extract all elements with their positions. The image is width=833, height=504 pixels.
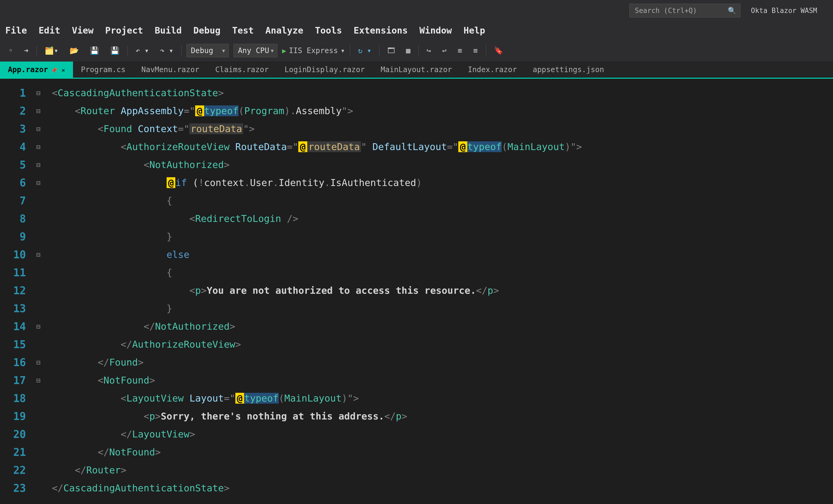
code-line[interactable]: @if (!context.User.Identity.IsAuthentica… — [52, 174, 582, 192]
save-icon[interactable]: 💾 — [87, 45, 102, 56]
platform-dropdown[interactable]: Any CPU — [234, 44, 278, 57]
step-icon[interactable]: ↪ — [423, 45, 434, 56]
new-project-icon[interactable]: 🗂️▾ — [42, 45, 62, 56]
fold-marker[interactable]: ⊟ — [33, 120, 43, 138]
fold-marker[interactable]: ⊟ — [33, 84, 43, 102]
fold-marker[interactable] — [33, 300, 43, 318]
code-content[interactable]: <CascadingAuthenticationState> <Router A… — [46, 79, 582, 504]
menu-view[interactable]: View — [72, 25, 94, 36]
code-line[interactable]: <p>You are not authorized to access this… — [52, 282, 582, 300]
code-line[interactable]: { — [52, 192, 582, 210]
close-icon[interactable]: ✕ — [62, 67, 65, 73]
code-line[interactable]: </NotAuthorized> — [52, 318, 582, 335]
undo-button[interactable]: ↶ ▾ — [133, 45, 152, 56]
fold-marker[interactable]: ⊟ — [33, 174, 43, 192]
run-button[interactable]: ▶ IIS Express ▾ — [282, 46, 345, 55]
build-config-dropdown[interactable]: Debug — [186, 44, 229, 57]
menu-window[interactable]: Window — [420, 25, 452, 36]
fold-marker[interactable]: ⊟ — [33, 138, 43, 156]
nav-forward-button[interactable]: ➜ — [21, 45, 32, 56]
tab-navmenu-razor[interactable]: NavMenu.razor — [134, 61, 207, 78]
fold-marker[interactable] — [33, 210, 43, 228]
refresh-icon[interactable]: ↻ ▾ — [355, 45, 375, 56]
line-number: 12 — [13, 282, 26, 300]
bookmark-icon[interactable]: 🔖 — [491, 45, 506, 56]
properties-icon[interactable]: ▦ — [403, 45, 413, 56]
menu-test[interactable]: Test — [232, 25, 254, 36]
menu-project[interactable]: Project — [105, 25, 143, 36]
code-line[interactable]: } — [52, 300, 582, 318]
tab-app-razor[interactable]: App.razor📌✕ — [0, 61, 73, 78]
fold-gutter[interactable]: ⊟⊟⊟⊟⊟⊟⊟⊟⊟⊟ — [31, 79, 46, 504]
code-line[interactable]: <NotAuthorized> — [52, 156, 582, 174]
code-line[interactable]: <LayoutView Layout="@typeof(MainLayout)"… — [52, 389, 582, 407]
solution-name-label: Okta Blazor WASM — [746, 7, 823, 15]
tab-claims-razor[interactable]: Claims.razor — [207, 61, 277, 78]
fold-marker[interactable] — [33, 228, 43, 246]
line-number: 13 — [13, 300, 26, 318]
menu-debug[interactable]: Debug — [193, 25, 220, 36]
code-line[interactable]: <AuthorizeRouteView RouteData="@routeDat… — [52, 138, 582, 156]
save-all-icon[interactable]: 💾 — [107, 45, 123, 56]
code-line[interactable]: <RedirectToLogin /> — [52, 210, 582, 228]
menu-build[interactable]: Build — [155, 25, 182, 36]
open-file-icon[interactable]: 📂 — [66, 45, 82, 56]
global-search-input[interactable]: Search (Ctrl+Q) 🔍 — [629, 4, 740, 18]
menu-tools[interactable]: Tools — [315, 25, 342, 36]
fold-marker[interactable] — [33, 335, 43, 353]
fold-marker[interactable]: ⊟ — [33, 371, 43, 389]
outdent-icon[interactable]: ≡ — [455, 45, 466, 56]
code-line[interactable]: <p>Sorry, there's nothing at this addres… — [52, 407, 582, 425]
fold-marker[interactable] — [33, 461, 43, 479]
fold-marker[interactable] — [33, 425, 43, 443]
redo-button[interactable]: ↷ ▾ — [157, 45, 177, 56]
menu-extensions[interactable]: Extensions — [354, 25, 408, 36]
code-line[interactable]: { — [52, 263, 582, 282]
fold-marker[interactable] — [33, 479, 43, 497]
fold-marker[interactable] — [33, 282, 43, 300]
fold-marker[interactable] — [33, 192, 43, 210]
tab-program-cs[interactable]: Program.cs — [73, 61, 134, 78]
fold-marker[interactable] — [33, 407, 43, 425]
fold-marker[interactable] — [33, 443, 43, 461]
tab-mainlayout-razor[interactable]: MainLayout.razor — [373, 61, 460, 78]
tab-logindisplay-razor[interactable]: LoginDisplay.razor — [277, 61, 373, 78]
code-line[interactable]: </Router> — [52, 461, 582, 479]
menu-edit[interactable]: Edit — [39, 25, 60, 36]
code-editor[interactable]: 1234567891011121314151617181920212223 ⊟⊟… — [0, 79, 833, 504]
line-number: 23 — [13, 479, 26, 497]
tab-index-razor[interactable]: Index.razor — [460, 61, 525, 78]
fold-marker[interactable]: ⊟ — [33, 318, 43, 335]
line-number: 7 — [13, 192, 26, 210]
tab-appsettings-json[interactable]: appsettings.json — [525, 61, 612, 78]
fold-marker[interactable] — [33, 263, 43, 282]
code-line[interactable]: <NotFound> — [52, 371, 582, 389]
fold-marker[interactable]: ⊟ — [33, 156, 43, 174]
indent-icon[interactable]: ≡ — [470, 45, 481, 56]
code-line[interactable]: <CascadingAuthenticationState> — [52, 84, 582, 102]
step-icon[interactable]: ↩ — [439, 45, 450, 56]
menu-file[interactable]: File — [5, 25, 27, 36]
code-line[interactable]: </AuthorizeRouteView> — [52, 335, 582, 353]
code-line[interactable]: <Router AppAssembly="@typeof(Program).As… — [52, 102, 582, 120]
code-line[interactable]: else — [52, 246, 582, 263]
code-line[interactable]: <Found Context="routeData"> — [52, 120, 582, 138]
code-line[interactable]: </NotFound> — [52, 443, 582, 461]
fold-marker[interactable]: ⊟ — [33, 246, 43, 263]
pin-icon[interactable]: 📌 — [51, 67, 57, 73]
line-number: 19 — [13, 407, 26, 425]
menu-help[interactable]: Help — [463, 25, 485, 36]
code-line[interactable]: </LayoutView> — [52, 425, 582, 443]
fold-marker[interactable] — [33, 389, 43, 407]
code-line[interactable]: } — [52, 228, 582, 246]
menu-analyze[interactable]: Analyze — [265, 25, 303, 36]
line-number: 4 — [13, 138, 26, 156]
fold-marker[interactable]: ⊟ — [33, 353, 43, 371]
code-line[interactable]: </CascadingAuthenticationState> — [52, 479, 582, 497]
titlebar: Search (Ctrl+Q) 🔍 Okta Blazor WASM — [0, 0, 833, 21]
code-line[interactable]: </Found> — [52, 353, 582, 371]
fold-marker[interactable]: ⊟ — [33, 102, 43, 120]
toolbox-icon[interactable]: 🗔 — [384, 45, 398, 56]
line-number: 14 — [13, 318, 26, 335]
nav-back-button[interactable]: ◦ — [5, 45, 16, 56]
